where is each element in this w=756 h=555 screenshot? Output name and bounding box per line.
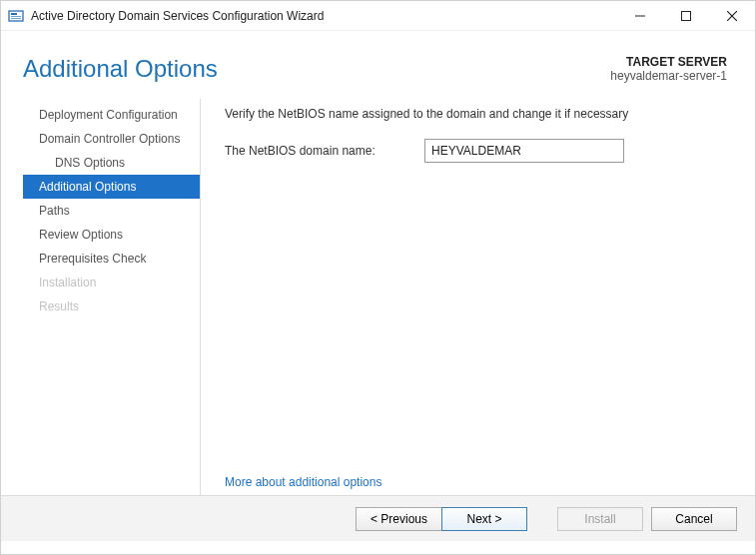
install-button: Install [557, 507, 643, 531]
sidebar-item-prerequisites-check[interactable]: Prerequisites Check [23, 247, 200, 271]
target-server-label: TARGET SERVER [610, 55, 727, 69]
sidebar-item-dns-options[interactable]: DNS Options [23, 151, 200, 175]
netbios-name-input[interactable] [424, 139, 624, 163]
sidebar-item-domain-controller-options[interactable]: Domain Controller Options [23, 127, 200, 151]
sidebar-item-additional-options[interactable]: Additional Options [23, 175, 200, 199]
netbios-row: The NetBIOS domain name: [225, 139, 725, 163]
titlebar: Active Directory Domain Services Configu… [1, 1, 755, 31]
description-text: Verify the NetBIOS name assigned to the … [225, 107, 725, 121]
svg-rect-5 [682, 11, 691, 20]
page-title: Additional Options [23, 55, 218, 83]
next-button[interactable]: Next > [441, 507, 527, 531]
svg-rect-3 [11, 18, 21, 19]
more-about-link[interactable]: More about additional options [225, 475, 725, 489]
previous-button[interactable]: < Previous [356, 507, 441, 531]
cancel-button[interactable]: Cancel [651, 507, 737, 531]
target-server: TARGET SERVER heyvaldemar-server-1 [610, 55, 727, 83]
sidebar-item-installation: Installation [23, 271, 200, 294]
window-buttons [617, 1, 755, 31]
close-button[interactable] [709, 1, 755, 31]
sidebar-item-paths[interactable]: Paths [23, 199, 200, 223]
minimize-button[interactable] [617, 1, 663, 31]
window-title: Active Directory Domain Services Configu… [31, 9, 617, 23]
svg-rect-1 [11, 13, 17, 15]
wizard-steps-sidebar: Deployment Configuration Domain Controll… [23, 99, 201, 495]
app-icon [7, 7, 25, 25]
nav-button-group: < Previous Next > [356, 507, 527, 531]
body: Deployment Configuration Domain Controll… [1, 93, 755, 495]
footer: < Previous Next > Install Cancel [1, 495, 755, 541]
netbios-label: The NetBIOS domain name: [225, 144, 424, 158]
svg-rect-2 [11, 16, 21, 17]
sidebar-item-review-options[interactable]: Review Options [23, 223, 200, 247]
maximize-button[interactable] [663, 1, 709, 31]
main-panel: Verify the NetBIOS name assigned to the … [201, 99, 755, 495]
target-server-value: heyvaldemar-server-1 [610, 69, 727, 83]
sidebar-item-deployment-configuration[interactable]: Deployment Configuration [23, 103, 200, 127]
sidebar-item-results: Results [23, 294, 200, 318]
header: Additional Options TARGET SERVER heyvald… [1, 31, 755, 93]
